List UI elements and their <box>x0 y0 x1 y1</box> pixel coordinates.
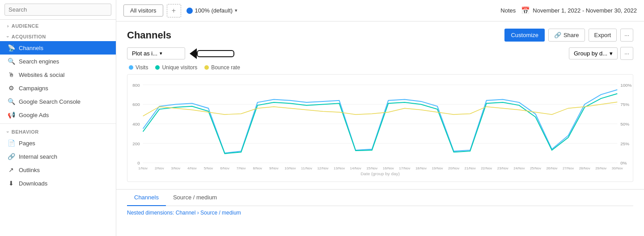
tab-source-medium[interactable]: Source / medium <box>166 190 224 206</box>
default-badge[interactable]: 100% (default) ▾ <box>186 7 238 14</box>
chevron-down-icon: › <box>5 131 10 133</box>
badge-dropdown-icon: ▾ <box>235 8 237 13</box>
sidebar-item-search-engines[interactable]: 🔍 Search engines <box>0 55 116 68</box>
chart-wrapper: 800 600 400 200 0 100% 75% 50% 25% 0% <box>127 74 633 182</box>
svg-text:Date (group by day): Date (group by day) <box>360 171 400 176</box>
chevron-down-icon: › <box>5 36 10 38</box>
visits-legend-dot <box>129 65 133 70</box>
plot-as-label: Plot as i... <box>132 50 157 57</box>
sidebar-item-label: Internal search <box>19 153 111 160</box>
cursor-icon: 🖱 <box>7 71 15 78</box>
page-title: Channels <box>127 30 171 41</box>
chart-more-button[interactable]: ··· <box>620 47 633 60</box>
group-by-label: Group by d... <box>574 50 607 57</box>
sidebar-section-behavior[interactable]: › BEHAVIOR <box>0 126 116 136</box>
svg-text:29/Nov: 29/Nov <box>595 166 606 170</box>
chart-right-controls: Group by d... ▾ ··· <box>569 47 633 60</box>
svg-text:0%: 0% <box>620 160 627 165</box>
sidebar-item-google-ads[interactable]: 📢 Google Ads <box>0 108 116 122</box>
google-search-icon: 🔍 <box>7 98 15 105</box>
notes-button[interactable]: Notes <box>500 7 516 14</box>
sidebar-section-acquisition[interactable]: › ACQUISITION <box>0 30 116 41</box>
badge-dot <box>186 8 193 14</box>
svg-text:600: 600 <box>132 102 140 107</box>
link-icon: 🔗 <box>554 32 561 38</box>
chart-legend: Visits Unique visitors Bounce rate <box>127 64 633 71</box>
svg-text:28/Nov: 28/Nov <box>579 166 590 170</box>
chart-left-controls: Plot as i... ▾ <box>127 47 234 59</box>
outlinks-icon: ↗ <box>7 166 15 173</box>
svg-text:3/Nov: 3/Nov <box>171 166 181 170</box>
svg-text:1/Nov: 1/Nov <box>138 166 148 170</box>
nested-dimensions-value: Channel › Source / medium <box>176 210 241 216</box>
svg-text:23/Nov: 23/Nov <box>497 166 508 170</box>
sidebar-item-label: Search engines <box>19 58 111 65</box>
content-header: Channels Customize 🔗 Share Export ··· <box>116 21 644 47</box>
svg-text:30/Nov: 30/Nov <box>612 166 623 170</box>
svg-text:22/Nov: 22/Nov <box>481 166 492 170</box>
sidebar-item-downloads[interactable]: ⬇ Downloads <box>0 177 116 190</box>
behavior-section-label: BEHAVIOR <box>12 129 39 135</box>
svg-text:50%: 50% <box>620 122 629 126</box>
svg-text:17/Nov: 17/Nov <box>399 166 410 170</box>
share-button[interactable]: 🔗 Share <box>548 29 585 42</box>
line-chart: 800 600 400 200 0 100% 75% 50% 25% 0% <box>127 78 633 177</box>
tab-channels[interactable]: Channels <box>127 190 166 206</box>
sidebar-item-channels[interactable]: 📡 Channels <box>0 41 116 55</box>
share-label: Share <box>564 32 579 38</box>
date-range-button[interactable]: 📅 November 1, 2022 - November 30, 2022 <box>521 6 637 15</box>
sidebar-item-pages[interactable]: 📄 Pages <box>0 136 116 150</box>
svg-text:12/Nov: 12/Nov <box>317 166 328 170</box>
group-by-dropdown[interactable]: Group by d... ▾ <box>569 47 618 59</box>
svg-text:26/Nov: 26/Nov <box>546 166 557 170</box>
sidebar-item-label: Campaigns <box>19 85 111 92</box>
sidebar-item-websites-social[interactable]: 🖱 Websites & social <box>0 68 116 81</box>
svg-text:14/Nov: 14/Nov <box>350 166 361 170</box>
svg-text:27/Nov: 27/Nov <box>563 166 574 170</box>
svg-text:25%: 25% <box>620 141 629 146</box>
topbar: All visitors + 100% (default) ▾ Notes 📅 … <box>116 0 644 21</box>
sidebar-item-label: Google Search Console <box>19 98 111 105</box>
all-visitors-segment[interactable]: All visitors <box>123 4 163 17</box>
sidebar-item-label: Outlinks <box>19 167 111 173</box>
main-content: All visitors + 100% (default) ▾ Notes 📅 … <box>116 0 644 236</box>
badge-text: 100% (default) <box>195 7 233 14</box>
svg-text:16/Nov: 16/Nov <box>383 166 394 170</box>
chart-area: Plot as i... ▾ Group by d... <box>116 47 644 189</box>
plot-as-dropdown[interactable]: Plot as i... ▾ <box>127 47 185 59</box>
sidebar-item-campaigns[interactable]: ⚙ Campaigns <box>0 81 116 95</box>
add-segment-button[interactable]: + <box>167 4 181 17</box>
annotation-box <box>197 50 234 57</box>
group-by-arrow-icon: ▾ <box>610 50 613 57</box>
svg-text:2/Nov: 2/Nov <box>155 166 164 170</box>
svg-text:100%: 100% <box>620 83 632 88</box>
svg-text:800: 800 <box>132 83 140 88</box>
calendar-icon: 📅 <box>521 6 530 15</box>
more-button[interactable]: ··· <box>620 29 633 42</box>
chart-controls: Plot as i... ▾ Group by d... <box>127 47 633 60</box>
svg-text:200: 200 <box>132 141 140 146</box>
sidebar-divider <box>0 123 116 124</box>
nested-dimensions: Nested dimensions: Channel › Source / me… <box>127 206 633 218</box>
chevron-icon: › <box>7 24 9 29</box>
legend-unique-visitors: Unique visitors <box>155 64 197 71</box>
sidebar-item-google-search-console[interactable]: 🔍 Google Search Console <box>0 95 116 108</box>
svg-text:6/Nov: 6/Nov <box>220 166 229 170</box>
visits-legend-label: Visits <box>136 64 148 71</box>
search-input[interactable] <box>4 4 111 16</box>
svg-text:5/Nov: 5/Nov <box>204 166 213 170</box>
svg-text:24/Nov: 24/Nov <box>513 166 525 170</box>
sidebar-item-label: Websites & social <box>19 72 111 78</box>
channels-icon: 📡 <box>7 44 15 51</box>
unique-visitors-legend-label: Unique visitors <box>162 64 197 71</box>
topbar-right: Notes 📅 November 1, 2022 - November 30, … <box>500 6 637 15</box>
svg-text:15/Nov: 15/Nov <box>366 166 377 170</box>
svg-text:13/Nov: 13/Nov <box>334 166 345 170</box>
sidebar-section-audience[interactable]: › AUDIENCE <box>0 20 116 30</box>
export-button[interactable]: Export <box>589 29 617 42</box>
legend-visits: Visits <box>129 64 148 71</box>
sidebar-item-internal-search[interactable]: 🔗 Internal search <box>0 150 116 163</box>
sidebar-item-outlinks[interactable]: ↗ Outlinks <box>0 163 116 177</box>
customize-button[interactable]: Customize <box>504 29 544 42</box>
svg-text:400: 400 <box>132 122 140 126</box>
